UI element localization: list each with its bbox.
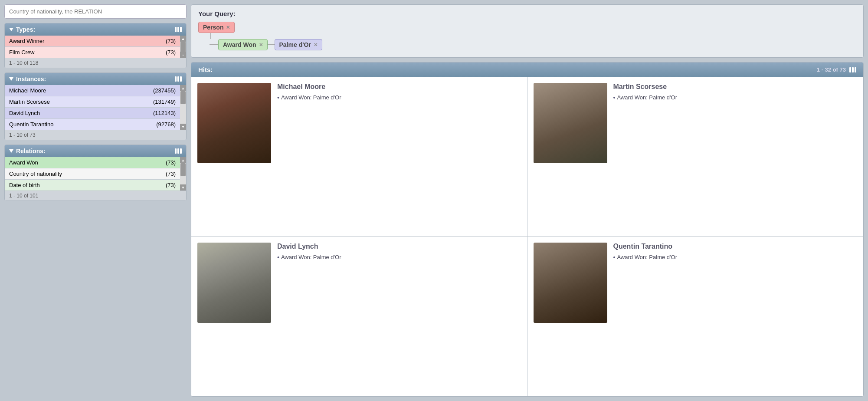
david-lynch-photo — [197, 243, 271, 323]
connector-vert: Award Won ✕ Palme d'Or ✕ — [210, 33, 322, 50]
scroll-down-arrow[interactable]: ▼ — [180, 124, 186, 130]
martin-scorsese-info: Martin Scorsese • Award Won: Palme d'Or — [613, 83, 858, 230]
list-item[interactable]: David Lynch (112143) — [5, 108, 180, 119]
list-item[interactable]: Award Winner (73) — [5, 36, 180, 47]
instances-header: Instances: — [5, 73, 186, 85]
instance-label: David Lynch — [9, 110, 40, 116]
bullet-icon: • — [613, 94, 616, 101]
michael-moore-photo — [197, 83, 271, 163]
types-grid-icon[interactable] — [175, 27, 182, 32]
quentin-tarantino-photo — [534, 243, 607, 323]
scroll-thumb[interactable] — [180, 91, 186, 104]
relations-collapse-icon[interactable] — [9, 149, 13, 153]
relation-count: (73) — [166, 171, 176, 177]
person-pill[interactable]: Person ✕ — [198, 22, 235, 33]
scroll-track[interactable] — [180, 163, 186, 184]
table-row: Quentin Tarantino • Award Won: Palme d'O… — [527, 237, 864, 396]
martin-scorsese-photo — [534, 83, 607, 163]
instance-label: Martin Scorsese — [9, 99, 50, 105]
list-item[interactable]: Award Won (73) — [5, 157, 180, 168]
instance-label: Michael Moore — [9, 87, 46, 94]
relation-label: Award Won — [9, 159, 38, 166]
instances-grid-icon[interactable] — [175, 76, 182, 82]
list-item[interactable]: Michael Moore (237455) — [5, 85, 180, 96]
instances-collapse-icon[interactable] — [9, 77, 13, 81]
list-item[interactable]: Martin Scorsese (131749) — [5, 96, 180, 108]
scroll-thumb[interactable] — [180, 163, 186, 176]
instances-section: Instances: Michael Moore (237455) Martin… — [4, 72, 187, 140]
relation-pill-label: Award Won — [223, 41, 256, 48]
instance-count: (112143) — [153, 110, 176, 116]
scroll-up-arrow[interactable]: ▲ — [180, 157, 186, 163]
types-scrollbar[interactable]: ▲ ▼ — [180, 36, 186, 58]
connector-h-row: Award Won ✕ Palme d'Or ✕ — [210, 39, 322, 50]
instances-rows: Michael Moore (237455) Martin Scorsese (… — [5, 85, 186, 130]
relations-scrollbar[interactable]: ▲ ▼ — [180, 157, 186, 191]
hits-grid-icon[interactable] — [849, 67, 856, 72]
query-connector: Award Won ✕ Palme d'Or ✕ — [198, 33, 856, 50]
table-row: David Lynch • Award Won: Palme d'Or — [191, 237, 527, 396]
david-lynch-info: David Lynch • Award Won: Palme d'Or — [277, 243, 521, 390]
scroll-track[interactable] — [180, 91, 186, 124]
relation-count: (73) — [166, 159, 176, 166]
types-collapse-icon[interactable] — [9, 28, 13, 31]
connector-h2-line — [268, 44, 275, 45]
table-row: Martin Scorsese • Award Won: Palme d'Or — [527, 77, 864, 237]
attr-text: Award Won: Palme d'Or — [281, 94, 341, 101]
list-item[interactable]: Quentin Tarantino (92768) — [5, 119, 180, 130]
instance-count: (92768) — [156, 121, 176, 128]
relations-section: Relations: Award Won (73) Country of nat… — [4, 145, 187, 201]
right-panel: Your Query: Person ✕ Award Won ✕ — [191, 4, 864, 397]
list-item[interactable]: Date of birth (73) — [5, 180, 180, 191]
value-pill-label: Palme d'Or — [279, 41, 311, 48]
list-item[interactable]: Country of nationality (73) — [5, 168, 180, 180]
search-input[interactable] — [7, 6, 183, 17]
attr-text: Award Won: Palme d'Or — [281, 254, 341, 260]
relations-header-left: Relations: — [9, 148, 46, 154]
relations-rows: Award Won (73) Country of nationality (7… — [5, 157, 186, 191]
query-row-person: Person ✕ — [198, 22, 856, 33]
relation-pill-close[interactable]: ✕ — [259, 42, 263, 48]
query-box: Your Query: Person ✕ Award Won ✕ — [191, 4, 864, 58]
hit-name: Martin Scorsese — [613, 83, 858, 91]
hits-header: Hits: 1 - 32 of 73 — [191, 62, 863, 77]
value-pill[interactable]: Palme d'Or ✕ — [275, 39, 322, 50]
query-tree: Person ✕ Award Won ✕ Palme d' — [198, 22, 856, 50]
instances-header-left: Instances: — [9, 76, 46, 82]
relations-header: Relations: — [5, 145, 186, 157]
types-header: Types: — [5, 23, 186, 36]
hit-attr: • Award Won: Palme d'Or — [277, 254, 521, 261]
relation-label: Country of nationality — [9, 171, 62, 177]
list-item[interactable]: Film Crew (73) — [5, 47, 180, 58]
table-row: Michael Moore • Award Won: Palme d'Or — [191, 77, 527, 237]
scroll-down-arrow[interactable]: ▼ — [180, 184, 186, 191]
type-label: Award Winner — [9, 38, 44, 44]
person-pill-label: Person — [203, 24, 223, 31]
relations-title: Relations: — [16, 148, 46, 154]
instance-label: Quentin Tarantino — [9, 121, 53, 128]
instances-scrollbar[interactable]: ▲ ▼ — [180, 85, 186, 130]
attr-text: Award Won: Palme d'Or — [617, 254, 677, 260]
relation-pill[interactable]: Award Won ✕ — [218, 39, 268, 50]
types-title: Types: — [16, 26, 35, 33]
types-rows: Award Winner (73) Film Crew (73) — [5, 36, 186, 58]
instances-items-wrap: Michael Moore (237455) Martin Scorsese (… — [5, 85, 186, 130]
bullet-icon: • — [277, 254, 279, 261]
types-header-left: Types: — [9, 26, 35, 33]
type-label: Film Crew — [9, 49, 35, 56]
value-pill-close[interactable]: ✕ — [314, 42, 318, 48]
relations-grid-icon[interactable] — [175, 148, 182, 154]
scroll-up-arrow[interactable]: ▲ — [180, 36, 186, 42]
type-count: (73) — [166, 38, 176, 44]
hits-title: Hits: — [198, 66, 213, 73]
scroll-thumb[interactable] — [180, 42, 186, 55]
bullet-icon: • — [613, 254, 616, 261]
scroll-up-arrow[interactable]: ▲ — [180, 85, 186, 91]
scroll-track[interactable] — [180, 42, 186, 52]
types-section: Types: Award Winner (73) Film Crew (73) … — [4, 23, 187, 68]
type-count: (73) — [166, 49, 176, 56]
hits-count: 1 - 32 of 73 — [817, 66, 846, 73]
relation-count: (73) — [166, 182, 176, 188]
hits-grid: Michael Moore • Award Won: Palme d'Or Ma… — [191, 77, 863, 396]
person-pill-close[interactable]: ✕ — [226, 25, 230, 30]
